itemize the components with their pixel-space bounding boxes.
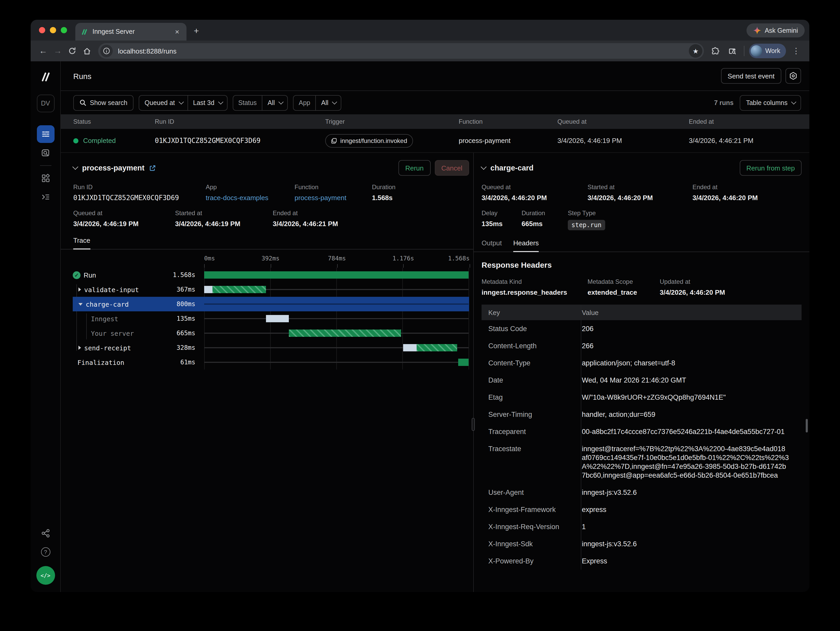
dev-code-button[interactable]: </>	[36, 566, 55, 585]
app-link[interactable]: trace-docs-examples	[206, 194, 295, 202]
header-row: Etag W/"10a-W8k9rUOR+zZG9xQQp8hg7694N1E"	[482, 389, 802, 406]
show-search-button[interactable]: Show search	[73, 95, 134, 111]
queued-at-cell: 3/4/2026, 4:46:19 PM	[557, 137, 689, 144]
row-chevron-icon[interactable]	[79, 346, 81, 350]
send-test-event-button[interactable]: Send test event	[721, 68, 781, 84]
step-type-chip: step.run	[568, 220, 605, 230]
app-filter-dropdown[interactable]: All	[316, 95, 341, 110]
time-range-dropdown[interactable]: Last 3d	[188, 95, 227, 110]
step-detail-panel: charge-card Rerun from step Queued at3/4…	[474, 153, 809, 592]
sidebar-item-apps[interactable]	[36, 169, 54, 187]
minimize-window-button[interactable]	[50, 27, 56, 33]
back-button[interactable]: ←	[36, 44, 51, 58]
rerun-from-step-button[interactable]: Rerun from step	[740, 160, 802, 176]
trace-step-name: Run	[84, 271, 96, 279]
profile-chip[interactable]: Work	[749, 44, 786, 58]
gemini-sparkle-icon	[753, 27, 761, 34]
browser-menu-icon[interactable]: ⋮	[788, 46, 804, 55]
rerun-button[interactable]: Rerun	[398, 160, 430, 176]
trace-row[interactable]: ✓ validate-input 367ms	[73, 282, 469, 297]
cancel-button[interactable]: Cancel	[434, 160, 469, 176]
avatar	[751, 45, 762, 57]
col-function: Function	[459, 118, 557, 125]
column-divider-line	[581, 305, 581, 570]
step-title: charge-card	[490, 164, 534, 172]
trace-row[interactable]: ✓ send-receipt 328ms	[73, 340, 469, 355]
row-chevron-icon[interactable]	[79, 288, 81, 292]
axis-tick-mark	[337, 264, 337, 268]
scrollbar-thumb[interactable]	[806, 419, 808, 432]
collapse-chevron-icon[interactable]	[481, 164, 487, 170]
table-columns-dropdown[interactable]: Table columns	[740, 95, 801, 111]
maximize-window-button[interactable]	[61, 27, 67, 33]
step-duration-value: 665ms	[521, 220, 568, 228]
header-row: Status Code 206	[482, 320, 802, 337]
header-key: Content-Length	[482, 342, 582, 350]
sidebar-item-search[interactable]	[36, 144, 54, 162]
ended-at-cell: 3/4/2026, 4:46:21 PM	[689, 137, 809, 144]
trace-row[interactable]: ✓ Inngest 135ms	[73, 312, 469, 326]
trace-bar-segment-solid	[204, 271, 469, 278]
row-chevron-icon[interactable]	[79, 303, 83, 305]
run-table-row[interactable]: Completed 01KJXD1TQCZ852GMEX0CQF3D69 inn…	[61, 129, 809, 153]
step-detail-header: charge-card Rerun from step	[482, 160, 802, 176]
window-controls[interactable]	[39, 27, 67, 33]
external-link-icon[interactable]	[149, 164, 156, 171]
trace-row[interactable]: ✓ Run 1.568s	[73, 268, 469, 282]
header-row: Date Wed, 04 Mar 2026 21:46:20 GMT	[482, 372, 802, 389]
extensions-icon[interactable]	[708, 44, 723, 58]
sidebar-item-runs[interactable]	[36, 125, 54, 143]
sidebar-bottom: ? </>	[36, 525, 55, 585]
trace-waterfall: 0ms 392ms	[61, 255, 473, 370]
header-row: Server-Timing handler, action;dur=659	[482, 406, 802, 423]
url-bar[interactable]: localhost:8288/runs ★	[98, 43, 704, 59]
inngest-app: DV ?	[31, 61, 809, 592]
trace-row[interactable]: ✓ Finalization 61ms	[73, 355, 469, 370]
forward-button[interactable]: →	[51, 44, 65, 58]
reload-button[interactable]	[65, 44, 79, 58]
status-filter-dropdown[interactable]: All	[262, 95, 287, 110]
header-value: application/json; charset=utf-8	[582, 359, 802, 367]
close-window-button[interactable]	[39, 27, 45, 33]
tab-trace[interactable]: Trace	[73, 237, 90, 249]
panel-resize-handle[interactable]	[472, 418, 475, 431]
tab-headers[interactable]: Headers	[513, 239, 539, 251]
filter-bar: Show search Queued at Last 3d Status All…	[61, 91, 809, 114]
trace-row[interactable]: ✓ charge-card 800ms	[73, 297, 469, 312]
metadata-kind-value: inngest.response_headers	[482, 288, 587, 296]
trace-bar-segment-hatch	[212, 286, 266, 293]
share-icon[interactable]	[36, 525, 54, 542]
run-title: process-payment	[82, 164, 144, 172]
sidebar-item-terminal[interactable]	[36, 188, 54, 206]
env-badge[interactable]: DV	[36, 95, 54, 112]
trace-axis: 0ms 392ms	[61, 255, 473, 268]
ask-gemini-button[interactable]: Ask Gemini	[747, 24, 805, 38]
main-header: Runs Send test event	[61, 61, 809, 91]
tab-search-icon[interactable]	[725, 44, 739, 58]
bookmark-star-icon[interactable]: ★	[689, 44, 702, 58]
trace-bar-lane	[204, 268, 469, 282]
function-link[interactable]: process-payment	[295, 194, 372, 202]
queued-at-dropdown[interactable]: Queued at	[139, 95, 188, 110]
header-value: inngest-js:v3.52.6	[582, 539, 802, 548]
tab-output[interactable]: Output	[482, 239, 502, 251]
settings-button[interactable]	[785, 68, 801, 84]
trace-step-name: Inngest	[91, 315, 118, 323]
browser-tab[interactable]: Inngest Server ×	[75, 23, 186, 41]
help-icon[interactable]: ?	[36, 543, 54, 561]
col-queued-at: Queued at	[557, 118, 689, 125]
new-tab-button[interactable]: +	[194, 26, 199, 36]
trigger-pill[interactable]: inngest/function.invoked	[325, 134, 413, 147]
delay-value: 135ms	[482, 220, 521, 228]
status-dot-icon	[73, 138, 79, 143]
duration-value: 1.568s	[372, 194, 396, 202]
site-info-icon[interactable]	[100, 45, 113, 57]
url-text[interactable]: localhost:8288/runs	[118, 47, 689, 55]
close-tab-icon[interactable]: ×	[173, 27, 181, 36]
sidebar-divider	[40, 165, 51, 166]
trace-row[interactable]: ✓ Your server 665ms	[73, 326, 469, 340]
tab-strip: Inngest Server × + Ask Gemini	[31, 20, 809, 41]
collapse-chevron-icon[interactable]	[73, 164, 79, 170]
show-search-label: Show search	[90, 99, 128, 106]
home-button[interactable]	[79, 44, 94, 58]
